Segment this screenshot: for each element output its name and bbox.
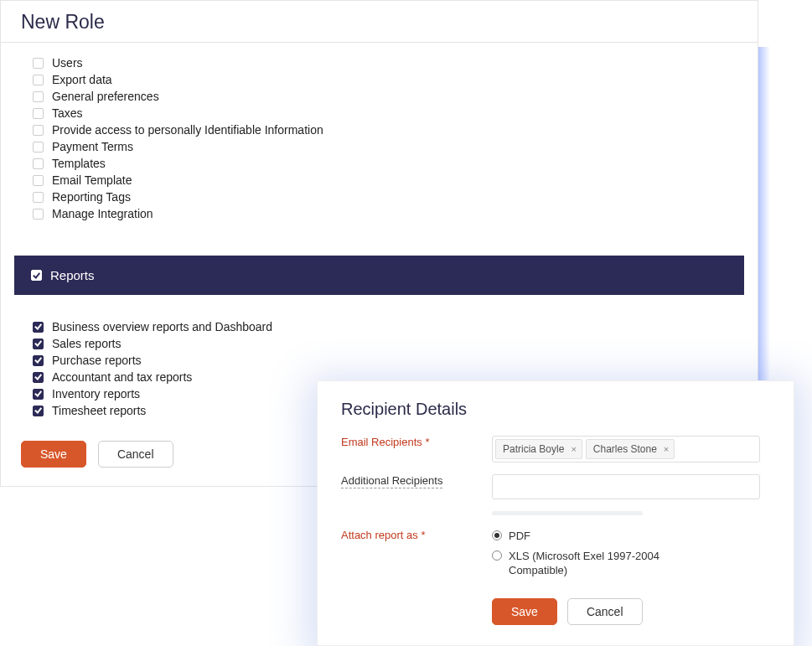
report-label: Inventory reports [52, 387, 140, 401]
report-row[interactable]: Purchase reports [33, 352, 737, 369]
cancel-button[interactable]: Cancel [567, 598, 643, 625]
permission-label: Email Template [52, 173, 132, 187]
permissions-list: Users Export data General preferences Ta… [1, 43, 758, 240]
permission-row[interactable]: Taxes [33, 105, 737, 121]
recipient-tag: Patricia Boyle × [495, 439, 582, 459]
report-label: Business overview reports and Dashboard [52, 320, 272, 333]
report-row[interactable]: Business overview reports and Dashboard [33, 318, 737, 335]
permission-label: Templates [52, 157, 106, 170]
checkbox-icon[interactable] [31, 270, 42, 281]
recipient-title: Recipient Details [341, 400, 770, 419]
checkbox-icon[interactable] [33, 108, 44, 119]
report-label: Timesheet reports [52, 404, 146, 417]
additional-recipients-input[interactable] [492, 474, 760, 499]
close-icon[interactable]: × [664, 444, 669, 454]
radio-icon[interactable] [492, 530, 502, 540]
checkbox-icon[interactable] [33, 322, 44, 333]
checkbox-icon[interactable] [33, 355, 44, 366]
tag-label: Patricia Boyle [503, 443, 564, 455]
tag-label: Charles Stone [593, 443, 657, 455]
permission-row[interactable]: Reporting Tags [33, 189, 737, 205]
report-row[interactable]: Sales reports [33, 335, 737, 352]
permission-label: Provide access to personally Identifiabl… [52, 123, 323, 137]
checkbox-icon[interactable] [33, 192, 44, 203]
attach-format-row: Attach report as * PDF XLS (Microsoft Ex… [341, 529, 770, 583]
email-recipients-row: Email Recipients * Patricia Boyle × Char… [341, 436, 770, 463]
permission-label: Users [52, 56, 83, 70]
checkbox-icon[interactable] [33, 91, 44, 102]
radio-icon[interactable] [492, 550, 502, 561]
permission-label: Payment Terms [52, 140, 133, 153]
checkbox-icon[interactable] [33, 389, 44, 400]
permission-row[interactable]: Email Template [33, 172, 737, 189]
checkbox-icon[interactable] [33, 158, 44, 169]
checkbox-icon[interactable] [33, 142, 44, 152]
permission-label: Taxes [52, 106, 83, 120]
cancel-button[interactable]: Cancel [98, 441, 173, 468]
format-label: PDF [509, 529, 530, 544]
permission-row[interactable]: General preferences [33, 88, 737, 105]
permission-row[interactable]: Export data [33, 71, 737, 88]
checkbox-icon[interactable] [33, 372, 44, 383]
permission-label: Export data [52, 73, 112, 86]
report-label: Sales reports [52, 337, 121, 350]
permission-row[interactable]: Payment Terms [33, 138, 737, 155]
permission-row[interactable]: Users [33, 54, 737, 71]
report-label: Accountant and tax reports [52, 370, 192, 384]
checkbox-icon[interactable] [33, 75, 44, 85]
save-button[interactable]: Save [21, 441, 86, 468]
permission-row[interactable]: Manage Integration [33, 205, 737, 222]
required-star: * [421, 529, 425, 541]
scroll-track[interactable] [492, 511, 643, 515]
permission-label: Manage Integration [52, 207, 153, 220]
recipient-details-panel: Recipient Details Email Recipients * Pat… [317, 380, 794, 646]
required-star: * [425, 436, 429, 448]
checkbox-icon[interactable] [33, 125, 44, 136]
report-label: Purchase reports [52, 354, 142, 367]
save-button[interactable]: Save [492, 598, 557, 625]
checkbox-icon[interactable] [33, 58, 44, 69]
reports-section-header[interactable]: Reports [14, 256, 744, 295]
checkbox-icon[interactable] [33, 406, 44, 416]
email-recipients-input[interactable]: Patricia Boyle × Charles Stone × [492, 436, 760, 463]
checkbox-icon[interactable] [33, 209, 44, 220]
format-option[interactable]: PDF [492, 529, 770, 544]
additional-recipients-label: Additional Recipients [341, 474, 492, 488]
permission-label: General preferences [52, 90, 159, 103]
additional-recipients-row: Additional Recipients [341, 474, 770, 499]
permission-row[interactable]: Provide access to personally Identifiabl… [33, 121, 737, 138]
format-option[interactable]: XLS (Microsoft Exel 1997-2004 Compatible… [492, 549, 770, 578]
recipient-buttons: Save Cancel [492, 598, 770, 625]
page-title: New Role [21, 11, 737, 34]
close-icon[interactable]: × [571, 444, 576, 454]
reports-section-label: Reports [50, 268, 95, 282]
format-label: XLS (Microsoft Exel 1997-2004 Compatible… [509, 549, 693, 578]
attach-format-label: Attach report as * [341, 529, 492, 541]
permission-label: Reporting Tags [52, 190, 131, 204]
checkbox-icon[interactable] [33, 339, 44, 349]
role-header: New Role [1, 1, 758, 43]
permission-row[interactable]: Templates [33, 155, 737, 172]
email-recipients-label: Email Recipients * [341, 436, 492, 448]
recipient-tag: Charles Stone × [586, 439, 675, 459]
checkbox-icon[interactable] [33, 175, 44, 186]
